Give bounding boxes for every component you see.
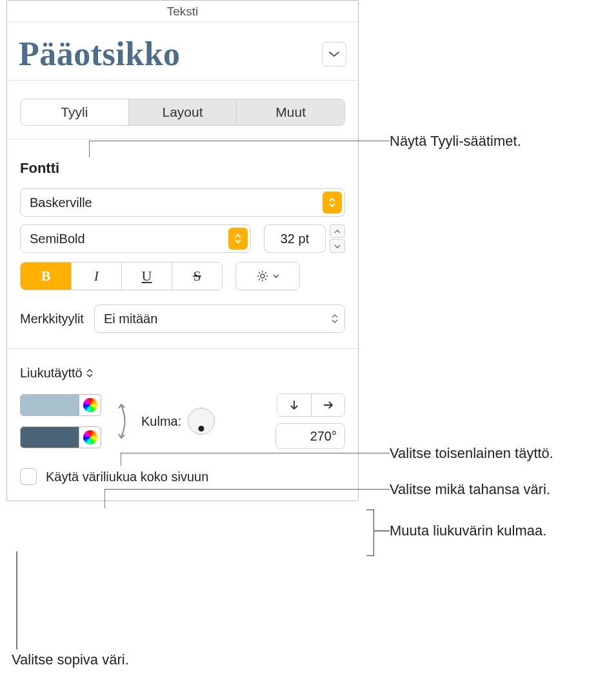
- callout-angle: Muuta liukuvärin kulmaa.: [390, 522, 546, 539]
- callout-any-color: Valitse mikä tahansa väri.: [390, 481, 550, 498]
- paragraph-style-name[interactable]: Pääotsikko: [19, 37, 181, 71]
- text-inspector-panel: Teksti Pääotsikko Tyyli Layout Muut Font…: [6, 0, 359, 501]
- gradient-color-2-row: [20, 426, 101, 448]
- gradient-color-2-picker[interactable]: [79, 426, 101, 448]
- tab-bar: Tyyli Layout Muut: [7, 81, 358, 139]
- angle-value: 270°: [310, 429, 337, 444]
- font-family-popup[interactable]: Baskerville: [20, 188, 345, 217]
- direction-horizontal-button[interactable]: [311, 394, 344, 416]
- popup-arrows-icon: [228, 228, 248, 250]
- svg-point-0: [261, 274, 264, 278]
- gradient-color-1-row: [20, 394, 101, 416]
- popup-arrows-icon: [86, 369, 93, 377]
- gradient-color-1-well[interactable]: [20, 394, 79, 416]
- popup-arrows-icon: [323, 192, 342, 214]
- colorwheel-icon: [83, 430, 97, 444]
- callout-fill-type: Valitse toisenlainen täyttö.: [390, 445, 553, 462]
- tab-more[interactable]: Muut: [236, 99, 344, 125]
- stepper-up-icon[interactable]: [330, 224, 345, 238]
- tab-style[interactable]: Tyyli: [21, 99, 128, 125]
- gradient-direction-group: [277, 393, 345, 417]
- fill-type-popup[interactable]: Liukutäyttö: [20, 366, 345, 381]
- swap-colors-button[interactable]: [112, 402, 131, 441]
- arrow-right-icon: [323, 400, 334, 410]
- tab-layout[interactable]: Layout: [128, 99, 237, 125]
- paragraph-style-row: Pääotsikko: [7, 22, 358, 81]
- font-heading: Fontti: [20, 160, 345, 177]
- bold-button[interactable]: B: [21, 263, 71, 290]
- panel-title: Teksti: [7, 1, 358, 22]
- gear-icon: [255, 269, 270, 283]
- italic-button[interactable]: I: [71, 263, 121, 290]
- char-styles-popup[interactable]: Ei mitään: [94, 304, 345, 333]
- char-styles-label: Merkkityylit: [20, 312, 84, 326]
- font-section: Fontti Baskerville SemiBold 32 pt: [7, 139, 358, 452]
- font-weight-value: SemiBold: [30, 232, 85, 246]
- advanced-options-button[interactable]: [235, 262, 300, 290]
- direction-vertical-button[interactable]: [277, 394, 311, 416]
- popup-arrows-icon: [332, 314, 338, 323]
- chevron-down-icon: [329, 51, 339, 57]
- angle-dial[interactable]: [188, 408, 215, 435]
- underline-button[interactable]: U: [121, 263, 172, 290]
- angle-label: Kulma:: [141, 414, 181, 429]
- font-size-field[interactable]: 32 pt: [264, 224, 326, 253]
- strike-button[interactable]: S: [172, 263, 222, 290]
- text-style-group: B I U S: [20, 262, 223, 290]
- callout-matching-color: Valitse sopiva väri.: [12, 651, 129, 668]
- font-size-value: 32 pt: [281, 232, 309, 246]
- full-page-gradient-checkbox[interactable]: [20, 468, 37, 485]
- chevron-down-icon: [272, 273, 280, 279]
- callout-style-controls: Näytä Tyyli-säätimet.: [390, 133, 521, 150]
- gradient-color-2-well[interactable]: [20, 426, 79, 448]
- full-page-gradient-label: Käytä väriliukua koko sivuun: [46, 470, 208, 484]
- font-size-stepper[interactable]: [330, 224, 345, 253]
- stepper-down-icon[interactable]: [330, 239, 345, 253]
- paragraph-style-menu-button[interactable]: [322, 42, 346, 66]
- swap-icon: [113, 402, 130, 441]
- angle-field[interactable]: 270°: [275, 423, 345, 449]
- fill-type-label: Liukutäyttö: [20, 366, 83, 381]
- arrow-down-icon: [289, 399, 299, 411]
- gradient-color-1-picker[interactable]: [79, 394, 101, 416]
- colorwheel-icon: [83, 398, 97, 412]
- font-weight-popup[interactable]: SemiBold: [20, 224, 251, 253]
- font-family-value: Baskerville: [30, 195, 92, 210]
- char-styles-value: Ei mitään: [104, 312, 157, 326]
